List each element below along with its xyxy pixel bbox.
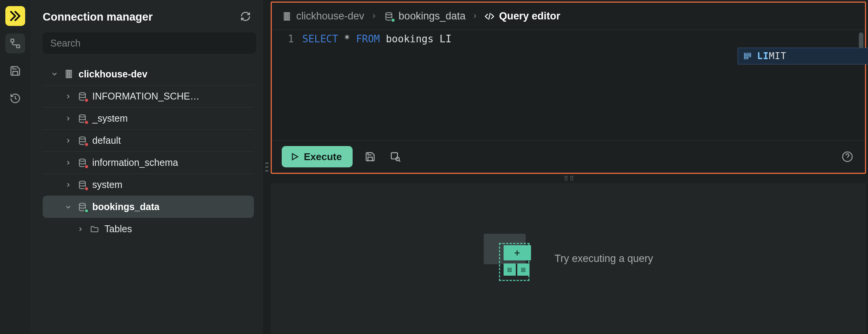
status-dot <box>84 120 89 125</box>
chevron-right-icon <box>472 13 478 19</box>
query-editor-pane: clickhouse-dev bookings_data Query edito… <box>271 2 866 174</box>
tree-db-row[interactable]: INFORMATION_SCHE… <box>43 85 254 107</box>
db-name: system <box>92 179 122 190</box>
svg-point-6 <box>79 115 85 117</box>
tree-db-row-active[interactable]: bookings_data <box>43 196 254 218</box>
save-icon <box>365 151 375 162</box>
collapse-toggle[interactable] <box>64 93 72 100</box>
editor-scrollbar[interactable] <box>859 32 863 48</box>
code-line: 1 SELECT * FROM bookings LI <box>272 30 865 45</box>
tree-db-row[interactable]: system <box>43 173 254 196</box>
db-name: bookings_data <box>92 201 159 212</box>
database-icon <box>77 135 88 146</box>
results-placeholder-text: Try executing a query <box>555 253 653 265</box>
autocomplete-popup[interactable]: LIMIT Keyword <box>738 48 868 64</box>
svg-point-12 <box>267 162 268 164</box>
tree-connection-row[interactable]: clickhouse-dev <box>43 63 254 85</box>
svg-rect-24 <box>744 58 748 59</box>
chevron-right-icon <box>371 13 377 19</box>
image-search-icon <box>390 151 401 162</box>
database-icon <box>77 202 88 212</box>
vertical-resize-handle[interactable]: ⠿⠿ <box>271 174 868 183</box>
breadcrumb: clickhouse-dev bookings_data Query edito… <box>272 3 865 30</box>
help-button[interactable] <box>840 149 855 164</box>
breadcrumb-connection-label: clickhouse-dev <box>296 10 364 22</box>
collapse-toggle[interactable] <box>50 70 59 78</box>
svg-point-15 <box>265 170 267 172</box>
execute-label: Execute <box>304 151 342 163</box>
database-icon <box>383 11 394 22</box>
status-dot <box>84 164 89 169</box>
breadcrumb-page-label: Query editor <box>499 10 560 22</box>
breadcrumb-separator <box>472 10 478 22</box>
db-name: information_schema <box>92 157 178 168</box>
svg-marker-25 <box>292 154 298 160</box>
nav-history[interactable] <box>5 88 25 108</box>
refresh-button[interactable] <box>240 11 251 23</box>
main-pane: clickhouse-dev bookings_data Query edito… <box>271 0 868 334</box>
editor-toolbar: Execute <box>272 140 865 173</box>
svg-point-11 <box>265 162 267 164</box>
icon-rail <box>0 0 30 334</box>
help-icon <box>842 151 853 162</box>
status-dot <box>84 142 89 147</box>
refresh-icon <box>240 11 251 22</box>
save-query-button[interactable] <box>363 149 378 164</box>
svg-rect-1 <box>17 45 20 48</box>
execute-button[interactable]: Execute <box>282 146 353 167</box>
svg-rect-18 <box>286 13 287 20</box>
line-number: 1 <box>272 33 302 45</box>
tree-db-row[interactable]: _system <box>43 107 254 129</box>
server-icon <box>282 11 292 21</box>
svg-line-28 <box>399 160 400 162</box>
token-star: * <box>338 33 356 45</box>
horizontal-resize-handle[interactable] <box>263 0 271 334</box>
breadcrumb-connection[interactable]: clickhouse-dev <box>282 10 364 22</box>
svg-point-16 <box>267 170 268 172</box>
collapse-toggle[interactable] <box>64 203 72 211</box>
breadcrumb-database-label: bookings_data <box>399 10 466 22</box>
tree-tables-row[interactable]: Tables <box>43 218 254 240</box>
svg-rect-3 <box>68 70 69 78</box>
results-placeholder-illustration: + ⊠⊠ <box>484 234 533 283</box>
chevron-down-icon <box>64 203 72 211</box>
status-dot <box>84 209 89 213</box>
db-name: INFORMATION_SCHE… <box>92 91 200 102</box>
nav-saved[interactable] <box>5 61 25 81</box>
collapse-toggle[interactable] <box>64 159 72 166</box>
svg-rect-23 <box>744 55 751 57</box>
database-icon <box>77 113 88 124</box>
svg-point-10 <box>79 203 85 206</box>
code-editor[interactable]: 1 SELECT * FROM bookings LI LIMIT Keywor… <box>272 30 865 140</box>
chevron-right-icon <box>65 137 72 144</box>
search-query-button[interactable] <box>388 149 403 164</box>
database-icon <box>77 91 88 102</box>
collapse-toggle[interactable] <box>64 181 72 188</box>
nav-connections[interactable] <box>5 34 25 53</box>
history-icon <box>10 93 21 104</box>
svg-point-8 <box>79 159 85 161</box>
results-pane: + ⊠⊠ Try executing a query <box>271 183 866 334</box>
tree-db-row[interactable]: default <box>43 129 254 151</box>
sidebar: Connection manager clickhouse-dev <box>30 0 263 334</box>
collapse-toggle[interactable] <box>76 226 85 233</box>
folder-icon <box>89 224 100 234</box>
connection-tree: clickhouse-dev INFORMATION_SCHE… _system <box>43 63 254 240</box>
collapse-toggle[interactable] <box>64 137 72 144</box>
play-icon <box>290 152 299 161</box>
sidebar-title: Connection manager <box>43 11 152 23</box>
grip-icon <box>265 161 269 173</box>
logo-icon <box>9 10 22 22</box>
svg-rect-4 <box>70 70 71 78</box>
chevron-right-icon <box>65 159 72 166</box>
tree-db-row[interactable]: information_schema <box>43 151 254 173</box>
search-input[interactable] <box>43 32 256 54</box>
breadcrumb-database[interactable]: bookings_data <box>383 10 466 22</box>
code-icon <box>485 11 494 21</box>
tree-icon <box>10 38 21 49</box>
app-logo <box>5 6 25 26</box>
svg-rect-19 <box>288 13 289 20</box>
status-dot <box>84 186 89 191</box>
svg-point-5 <box>79 93 85 95</box>
collapse-toggle[interactable] <box>64 115 72 122</box>
